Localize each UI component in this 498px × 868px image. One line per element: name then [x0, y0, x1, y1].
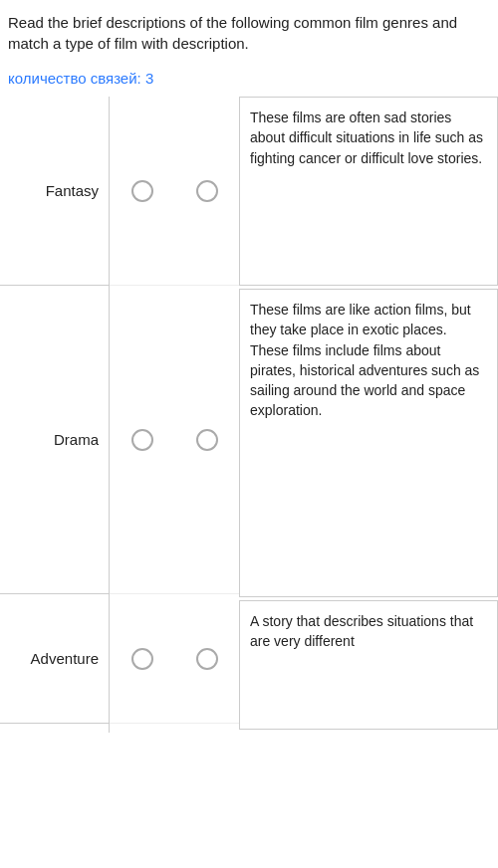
middle-column	[110, 97, 239, 733]
radio-pair-row3	[110, 594, 239, 724]
genre-fantasy: Fantasy	[0, 97, 109, 286]
radio-right-3[interactable]	[196, 648, 218, 670]
description-card-1: These films are often sad stories about …	[239, 97, 498, 286]
radio-pair-row2	[110, 286, 239, 594]
radio-left-2[interactable]	[131, 429, 153, 451]
radio-pair-row1	[110, 97, 239, 286]
radio-right-1[interactable]	[196, 180, 218, 202]
connections-count: количество связей: 3	[0, 64, 498, 97]
radio-left-3[interactable]	[131, 648, 153, 670]
radio-right-2[interactable]	[196, 429, 218, 451]
genre-adventure: Adventure	[0, 594, 109, 724]
genre-drama: Drama	[0, 286, 109, 594]
right-column: These films are often sad stories about …	[239, 97, 498, 733]
matching-area: Fantasy Drama Adventure These films are …	[0, 97, 498, 733]
description-card-3: A story that describes situations that a…	[239, 600, 498, 730]
left-column: Fantasy Drama Adventure	[0, 97, 110, 733]
instructions-text: Read the brief descriptions of the follo…	[0, 0, 498, 64]
radio-left-1[interactable]	[131, 180, 153, 202]
description-card-2: These films are like action films, but t…	[239, 289, 498, 597]
